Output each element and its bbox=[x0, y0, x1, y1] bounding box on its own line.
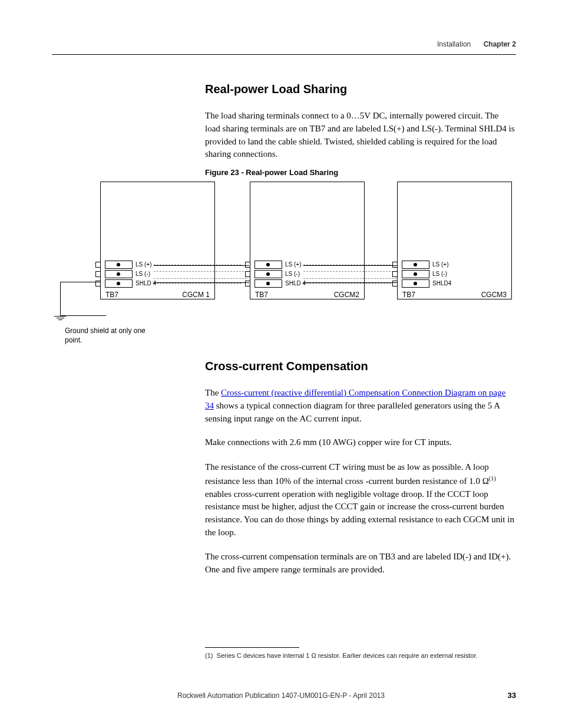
paragraph-load-sharing: The load sharing terminals connect to a … bbox=[205, 110, 516, 161]
paragraph-ccc-terminals: The cross-current compensation terminals… bbox=[205, 551, 516, 577]
running-header: Installation Chapter 2 bbox=[437, 40, 516, 48]
text-fragment: The resistance of the cross-current CT w… bbox=[205, 462, 489, 486]
header-section: Installation bbox=[437, 40, 471, 48]
footnote-marker: (1) bbox=[205, 652, 213, 659]
terminal-labels: LS (+)LS (-)SHLD4 bbox=[432, 260, 451, 288]
publication-footer: Rockwell Automation Publication 1407-UM0… bbox=[0, 691, 562, 700]
module-cgcm2: LS (+)LS (-)SHLD 4 TB7CGCM2 bbox=[250, 182, 365, 299]
module-label: CGCM3 bbox=[481, 291, 507, 299]
tb-label: TB7 bbox=[402, 291, 415, 299]
module-label: CGCM 1 bbox=[182, 291, 210, 299]
terminal-labels: LS (+)LS (-)SHLD 4 bbox=[135, 260, 156, 288]
footnote-text: Series C devices have internal 1 Ω resis… bbox=[217, 652, 478, 659]
terminal-block-tb7: LS (+)LS (-)SHLD4 bbox=[397, 260, 429, 288]
footnote: (1) Series C devices have internal 1 Ω r… bbox=[205, 652, 516, 659]
module-cgcm3: LS (+)LS (-)SHLD4 TB7CGCM3 bbox=[397, 182, 512, 299]
terminal-block-tb7: LS (+)LS (-)SHLD 4 bbox=[100, 260, 133, 288]
header-rule bbox=[52, 54, 516, 55]
text-fragment: The bbox=[205, 388, 221, 397]
paragraph-ccc-intro: The Cross-current (reactive differential… bbox=[205, 387, 516, 425]
ground-note: Ground shield at only one point. bbox=[65, 327, 147, 345]
module-label: CGCM2 bbox=[334, 291, 359, 299]
ground-symbol-icon bbox=[54, 315, 66, 321]
shielded-cable bbox=[154, 265, 247, 284]
header-chapter: Chapter 2 bbox=[484, 40, 516, 48]
footnote-rule bbox=[205, 647, 299, 648]
shielded-cable bbox=[303, 265, 396, 284]
tb-label: TB7 bbox=[255, 291, 268, 299]
ground-conductor-drop bbox=[60, 282, 106, 316]
text-fragment: enables cross-current operation with neg… bbox=[205, 489, 514, 537]
footnote-ref: (1) bbox=[489, 475, 496, 482]
page-number: 33 bbox=[508, 691, 516, 700]
terminal-labels: LS (+)LS (-)SHLD 4 bbox=[285, 260, 306, 288]
paragraph-resistance: The resistance of the cross-current CT w… bbox=[205, 461, 516, 539]
heading-cross-current-compensation: Cross-current Compensation bbox=[205, 360, 368, 373]
figure-real-power-load-sharing: Ground shield at only one point. LS (+)L… bbox=[37, 182, 515, 335]
heading-real-power-load-sharing: Real-power Load Sharing bbox=[205, 83, 347, 96]
figure-caption: Figure 23 - Real-power Load Sharing bbox=[205, 168, 338, 177]
module-cgcm1: LS (+)LS (-)SHLD 4 TB7CGCM 1 bbox=[100, 182, 215, 299]
paragraph-wire-gauge: Make connections with 2.6 mm (10 AWG) co… bbox=[205, 436, 516, 449]
terminal-block-tb7: LS (+)LS (-)SHLD 4 bbox=[250, 260, 282, 288]
text-fragment: shows a typical connection diagram for t… bbox=[205, 401, 500, 423]
tb-label: TB7 bbox=[105, 291, 118, 299]
